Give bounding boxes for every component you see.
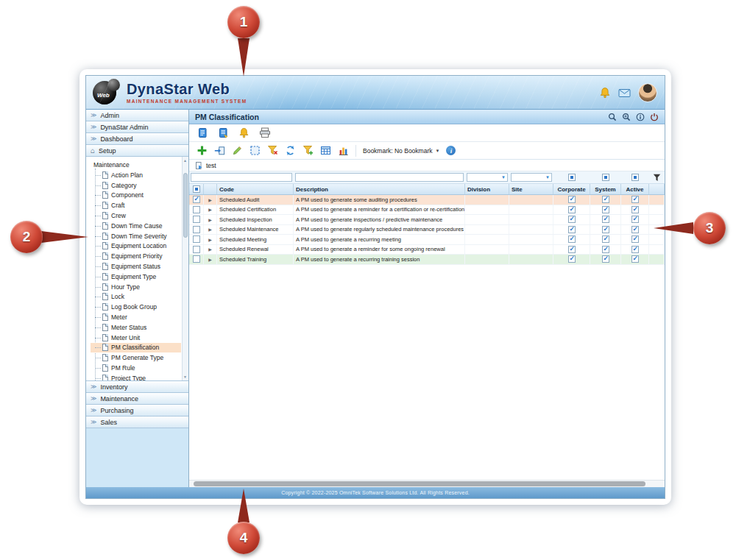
active-checkbox[interactable]	[631, 206, 639, 213]
description-filter-input[interactable]	[295, 173, 464, 182]
table-row[interactable]: ▶ Scheduled Renewal A PM used to generat…	[189, 245, 665, 255]
corporate-checkbox[interactable]	[568, 235, 576, 243]
tree-item-category[interactable]: Category	[91, 180, 181, 191]
copy-record-icon[interactable]	[197, 127, 208, 138]
tree-item-down-time-severity[interactable]: Down Time Severity	[91, 231, 181, 241]
tree-item-action-plan[interactable]: Action Plan	[91, 170, 181, 180]
saved-view-label[interactable]: test	[206, 162, 216, 169]
tree-item-pm-rule[interactable]: PM Rule	[91, 363, 181, 373]
tree-item-pm-classification[interactable]: PM Classification	[91, 343, 181, 353]
table-row[interactable]: ▶ Scheduled Meeting A PM used to generat…	[189, 235, 665, 245]
row-checkbox[interactable]	[193, 226, 200, 233]
duplicate-record-icon[interactable]	[218, 127, 229, 138]
sidebar-section-maintenance[interactable]: ≫ Maintenance	[86, 393, 188, 405]
system-checkbox[interactable]	[602, 246, 609, 253]
sidebar-section-dynastar-admin[interactable]: ≫ DynaStar Admin	[86, 121, 188, 133]
sidebar-section-setup[interactable]: ⌂ Setup	[86, 145, 188, 157]
system-checkbox[interactable]	[602, 235, 609, 243]
tree-item-meter[interactable]: Meter	[91, 312, 181, 322]
row-expander-icon[interactable]: ▶	[204, 215, 217, 224]
tree-vertical-scrollbar[interactable]: ▲ ▼	[182, 157, 188, 380]
info-circle-icon[interactable]: i	[446, 146, 456, 155]
sidebar-section-inventory[interactable]: ≫ Inventory	[86, 381, 188, 393]
scroll-up-icon[interactable]: ▲	[182, 158, 188, 163]
column-header-code[interactable]: Code	[217, 184, 294, 194]
alerts-bell-icon[interactable]	[238, 127, 250, 138]
checkbox-indeterminate[interactable]	[568, 174, 576, 181]
horizontal-scrollbar[interactable]	[189, 480, 665, 487]
corporate-checkbox[interactable]	[568, 226, 576, 233]
tree-item-equipment-location[interactable]: Equipment Location	[91, 241, 181, 252]
system-checkbox[interactable]	[602, 255, 609, 263]
sidebar-section-sales[interactable]: ≫ Sales	[86, 417, 188, 428]
corporate-filter-checkbox[interactable]	[553, 174, 590, 181]
corporate-checkbox[interactable]	[568, 206, 576, 213]
select-all-checkbox[interactable]	[193, 185, 200, 193]
system-filter-checkbox[interactable]	[590, 174, 621, 181]
active-checkbox[interactable]	[631, 246, 639, 253]
active-checkbox[interactable]	[631, 255, 639, 263]
column-header-site[interactable]: Site	[509, 184, 553, 194]
edit-record-icon[interactable]	[232, 145, 243, 156]
filter-menu[interactable]	[649, 174, 665, 182]
horizontal-scroll-thumb[interactable]	[194, 481, 645, 486]
select-all-header[interactable]	[189, 184, 204, 194]
tree-item-equipment-type[interactable]: Equipment Type	[91, 272, 181, 282]
active-checkbox[interactable]	[631, 235, 639, 243]
corporate-checkbox[interactable]	[568, 255, 576, 263]
tree-item-equipment-status[interactable]: Equipment Status	[91, 261, 181, 272]
search-icon[interactable]	[608, 113, 617, 121]
table-row[interactable]: ▶ Scheduled Inspection A PM used to gene…	[189, 215, 665, 225]
active-checkbox[interactable]	[631, 196, 639, 203]
active-checkbox[interactable]	[631, 226, 639, 233]
checkbox-indeterminate[interactable]	[602, 174, 609, 181]
scroll-down-icon[interactable]: ▼	[182, 375, 188, 379]
add-record-icon[interactable]	[197, 145, 208, 156]
tree-item-log-book-group[interactable]: Log Book Group	[91, 302, 181, 312]
tree-item-meter-unit[interactable]: Meter Unit	[91, 333, 181, 343]
print-icon[interactable]	[259, 127, 271, 138]
corporate-checkbox[interactable]	[568, 196, 576, 203]
row-expander-icon[interactable]: ▶	[204, 205, 217, 215]
table-row[interactable]: ▶ Scheduled Audit A PM used to generate …	[189, 195, 665, 205]
tree-item-component[interactable]: Component	[91, 191, 181, 201]
tree-item-craft[interactable]: Craft	[91, 200, 181, 210]
row-checkbox[interactable]	[193, 206, 200, 213]
messages-mail-icon[interactable]	[618, 88, 631, 98]
column-header-description[interactable]: Description	[294, 184, 465, 194]
advanced-search-icon[interactable]	[622, 113, 631, 121]
column-header-system[interactable]: System	[590, 184, 621, 194]
tree-scroll-thumb[interactable]	[183, 173, 188, 238]
row-expander-icon[interactable]: ▶	[204, 225, 217, 235]
row-expander-icon[interactable]: ▶	[204, 235, 217, 244]
column-header-division[interactable]: Division	[465, 184, 509, 194]
row-checkbox[interactable]	[193, 235, 200, 243]
tree-item-meter-status[interactable]: Meter Status	[91, 322, 181, 333]
multi-select-icon[interactable]	[250, 145, 261, 156]
sidebar-section-dashboard[interactable]: ≫ Dashboard	[86, 133, 188, 145]
clear-filter-icon[interactable]	[267, 145, 278, 156]
code-filter-input[interactable]	[191, 173, 292, 182]
row-expander-icon[interactable]: ▶	[204, 245, 217, 255]
checkbox-indeterminate[interactable]	[631, 174, 639, 181]
row-checkbox[interactable]	[193, 196, 200, 203]
refresh-icon[interactable]	[285, 145, 296, 156]
tree-item-crew[interactable]: Crew	[91, 210, 181, 221]
tree-item-lock[interactable]: Lock	[91, 292, 181, 302]
system-checkbox[interactable]	[602, 216, 609, 223]
export-record-icon[interactable]	[214, 145, 225, 156]
tree-root-maintenance[interactable]: Maintenance	[91, 160, 181, 170]
row-expander-icon[interactable]: ▶	[204, 255, 217, 264]
corporate-checkbox[interactable]	[568, 246, 576, 253]
notifications-bell-icon[interactable]	[599, 87, 611, 99]
table-row[interactable]: ▶ Scheduled Maintenance A PM used to gen…	[189, 225, 665, 235]
system-checkbox[interactable]	[602, 226, 609, 233]
tree-item-equipment-priority[interactable]: Equipment Priority	[91, 251, 181, 261]
tree-item-project-type[interactable]: Project Type	[91, 373, 181, 381]
info-icon[interactable]	[636, 113, 645, 121]
row-checkbox[interactable]	[193, 255, 200, 263]
table-row[interactable]: ▶ Scheduled Certification A PM used to g…	[189, 205, 665, 216]
system-checkbox[interactable]	[602, 196, 609, 203]
corporate-checkbox[interactable]	[568, 216, 576, 223]
user-avatar[interactable]	[638, 83, 657, 102]
